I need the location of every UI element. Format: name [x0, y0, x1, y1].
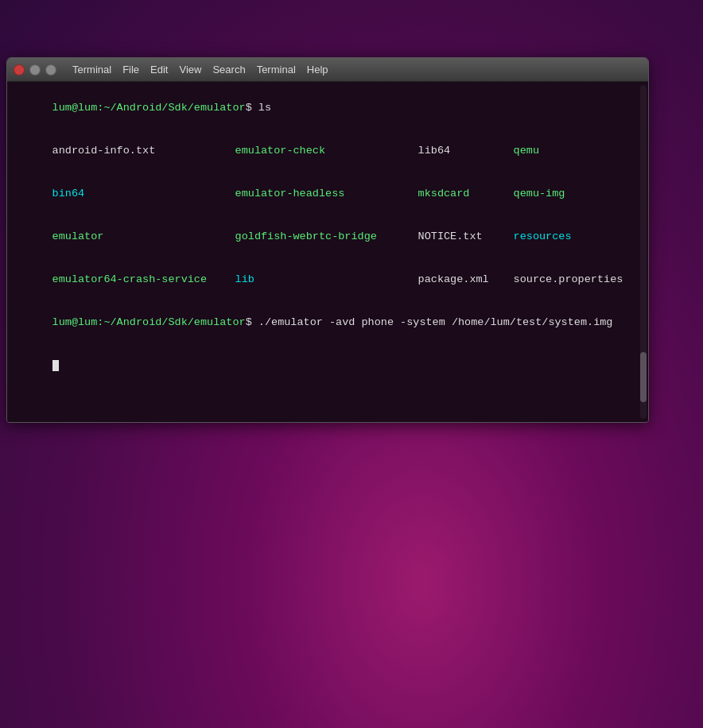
ls-file-android-info: android-info.txt — [52, 144, 235, 158]
terminal-cursor-line — [14, 344, 642, 387]
ls-file-lib: lib — [235, 273, 418, 287]
menubar: Terminal File Edit View Search Terminal … — [68, 62, 642, 77]
dollar-2: $ — [246, 316, 258, 328]
terminal-line-1: lum@lum:~/Android/Sdk/emulator$ ls — [14, 87, 642, 130]
ls-file-emulator-headless: emulator-headless — [235, 187, 418, 201]
ls-row-2: bin64emulator-headlessmksdcardqemu-img — [14, 172, 642, 215]
scrollbar[interactable] — [640, 85, 647, 419]
ls-file-source: source.properties — [514, 273, 623, 285]
terminal-window: Terminal File Edit View Search Terminal … — [6, 57, 649, 423]
menu-terminal[interactable]: Terminal — [68, 62, 116, 77]
menu-edit[interactable]: Edit — [146, 62, 173, 77]
menu-terminal2[interactable]: Terminal — [252, 62, 301, 77]
close-button[interactable] — [14, 64, 25, 76]
scrollbar-thumb[interactable] — [640, 352, 647, 402]
terminal-line-2: lum@lum:~/Android/Sdk/emulator$ ./emulat… — [14, 301, 642, 344]
ls-file-emulator64: emulator64-crash-service — [52, 273, 235, 287]
ls-row-4: emulator64-crash-servicelibpackage.xmlso… — [14, 258, 642, 301]
ls-file-lib64: lib64 — [418, 144, 514, 158]
titlebar: Terminal File Edit View Search Terminal … — [7, 58, 648, 82]
menu-view[interactable]: View — [174, 62, 206, 77]
menu-help[interactable]: Help — [302, 62, 333, 77]
cursor — [52, 360, 59, 371]
ls-file-bin64: bin64 — [52, 187, 235, 201]
terminal-body[interactable]: lum@lum:~/Android/Sdk/emulator$ ls andro… — [7, 82, 648, 422]
ls-file-emulator-check: emulator-check — [235, 144, 418, 158]
ls-file-mksdcard: mksdcard — [418, 187, 514, 201]
ls-row-3: emulatorgoldfish-webrtc-bridgeNOTICE.txt… — [14, 215, 642, 258]
ls-file-goldfish: goldfish-webrtc-bridge — [235, 230, 418, 244]
cmd-1: ls — [258, 102, 271, 114]
ls-file-resources: resources — [514, 230, 572, 242]
cmd-2: ./emulator -avd phone -system /home/lum/… — [258, 316, 613, 328]
prompt-1: lum@lum:~/Android/Sdk/emulator — [52, 102, 246, 114]
ls-file-qemu: qemu — [514, 145, 539, 157]
menu-search[interactable]: Search — [208, 62, 250, 77]
prompt-2: lum@lum:~/Android/Sdk/emulator — [52, 316, 246, 328]
ls-row-1: android-info.txtemulator-checklib64qemu — [14, 130, 642, 172]
menu-file[interactable]: File — [118, 62, 144, 77]
ls-file-notice: NOTICE.txt — [418, 230, 514, 244]
ls-file-qemu-img: qemu-img — [514, 188, 565, 199]
ls-file-emulator: emulator — [52, 230, 235, 244]
ls-file-package: package.xml — [418, 273, 514, 287]
maximize-button[interactable] — [45, 64, 56, 76]
dollar-1: $ — [246, 102, 258, 114]
minimize-button[interactable] — [29, 64, 41, 76]
